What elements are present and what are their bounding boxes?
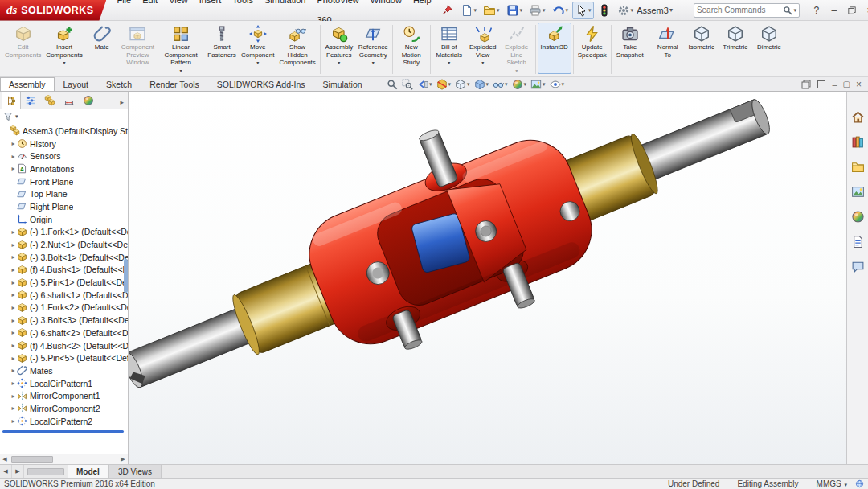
units-dropdown-icon[interactable]: ▾: [844, 482, 847, 487]
doc-tab-model[interactable]: Model: [68, 465, 109, 478]
restore-down-icon[interactable]: [801, 80, 811, 89]
maximize-icon[interactable]: [817, 80, 826, 89]
displaymanager-tab[interactable]: [79, 92, 98, 109]
search-dropdown-icon[interactable]: ▾: [793, 7, 796, 14]
doc-tab-3d-views[interactable]: 3D Views: [109, 465, 162, 478]
tree-item-3-bolt-3-def[interactable]: ▸(-) 3.Bolt<3> (Default<<Defau: [0, 314, 128, 327]
help-button[interactable]: ?: [808, 2, 825, 18]
tab-render-tools[interactable]: Render Tools: [141, 77, 208, 91]
design-library-button[interactable]: [849, 133, 867, 150]
units-selector[interactable]: MMGS ▾: [817, 479, 847, 488]
doc-close-icon[interactable]: ×: [856, 79, 862, 90]
file-explorer-button[interactable]: [849, 158, 867, 175]
zoom-to-area-button[interactable]: [401, 79, 414, 90]
expand-arrow-icon[interactable]: ▸: [10, 367, 17, 374]
tree-scrollbar-thumb[interactable]: [124, 259, 128, 293]
exploded-view-button[interactable]: Exploded View▾: [466, 23, 500, 74]
expand-arrow-icon[interactable]: ▸: [10, 165, 17, 172]
smart-fasteners-button[interactable]: Smart Fasteners: [205, 23, 239, 74]
rebuild-button[interactable]: [596, 2, 613, 19]
tree-item-f-4-bush-2-def[interactable]: ▸(f) 4.Bush<2> (Default<<Defau: [0, 339, 128, 352]
tab-scroll-left-icon[interactable]: ◀: [0, 465, 12, 478]
edit-components-button[interactable]: Edit Components: [2, 23, 43, 74]
tree-item-localcirpattern1[interactable]: ▸LocalCirPattern1: [0, 377, 128, 390]
dropdown-arrow-icon[interactable]: ▾: [338, 60, 340, 65]
update-speedpak-button[interactable]: Update Speedpak: [575, 23, 609, 74]
dropdown-arrow-icon[interactable]: ▾: [515, 68, 518, 73]
expand-arrow-icon[interactable]: ▸: [10, 153, 17, 160]
dropdown-arrow-icon[interactable]: ▾: [497, 7, 500, 14]
tree-item-1-fork-1-def[interactable]: ▸(-) 1.Fork<1> (Default<<Defau: [0, 226, 128, 239]
graphics-area[interactable]: [129, 92, 846, 464]
solidworks-forum-button[interactable]: [849, 257, 867, 275]
new-document-button[interactable]: ▾: [458, 2, 480, 19]
doc-minimize-icon[interactable]: –: [832, 80, 837, 89]
section-view-button[interactable]: ▾: [436, 79, 452, 90]
tab-layout[interactable]: Layout: [55, 77, 98, 91]
tree-item-1-fork-2-def[interactable]: ▸(-) 1.Fork<2> (Default<<Defau: [0, 302, 128, 314]
take-snapshot-button[interactable]: Take Snapshot: [613, 23, 647, 74]
expand-arrow-icon[interactable]: ▸: [10, 253, 17, 261]
tab-sketch[interactable]: Sketch: [97, 77, 141, 91]
trimetric-button[interactable]: Trimetric: [719, 23, 752, 74]
scrollbar-thumb[interactable]: [11, 456, 53, 463]
reference-geometry-button[interactable]: Reference Geometry▾: [356, 23, 391, 74]
insert-components-button[interactable]: Insert Components▾: [43, 23, 84, 74]
tree-item-5-pin-5-defa[interactable]: ▸(-) 5.Pin<5> (Default<<Defaul: [0, 351, 128, 364]
mate-button[interactable]: Mate: [85, 23, 119, 74]
normal-to-button[interactable]: Normal To: [651, 23, 685, 74]
tree-item-mates[interactable]: ▸Mates: [0, 364, 128, 377]
expand-arrow-icon[interactable]: ▸: [10, 329, 17, 336]
dimxpertmanager-tab[interactable]: [59, 92, 79, 109]
isometric-button[interactable]: Isometric: [685, 23, 719, 74]
dropdown-arrow-icon[interactable]: ▾: [588, 7, 592, 14]
hide-show-items-button[interactable]: ▾: [492, 79, 509, 90]
dropdown-arrow-icon[interactable]: ▾: [448, 60, 450, 65]
save-button[interactable]: ▾: [504, 2, 526, 19]
explode-line-sketch-button[interactable]: Explode Line Sketch▾: [500, 23, 534, 74]
expand-arrow-icon[interactable]: ▸: [10, 266, 17, 273]
configurationmanager-tab[interactable]: [40, 92, 59, 109]
dropdown-arrow-icon[interactable]: ▾: [180, 68, 182, 73]
component-preview-window-button[interactable]: Component Preview Window: [119, 23, 157, 74]
tree-item-f-4-bush-1-def[interactable]: ▸(f) 4.Bush<1> (Default<<Defau: [0, 264, 128, 277]
tree-item-mirrorcomponent1[interactable]: ▸MirrorComponent1: [0, 389, 128, 402]
filter-funnel-icon[interactable]: [3, 112, 13, 121]
dropdown-arrow-icon[interactable]: ▾: [372, 60, 375, 65]
tree-item-sensors[interactable]: ▸Sensors: [0, 150, 128, 162]
zoom-to-fit-button[interactable]: [386, 79, 399, 90]
expand-arrow-icon[interactable]: ▸: [10, 241, 17, 249]
tree-item-front-plane[interactable]: Front Plane: [0, 175, 128, 188]
featuremanager-tab[interactable]: [2, 92, 21, 109]
apply-scene-button[interactable]: ▾: [530, 79, 547, 90]
show-hidden-components-button[interactable]: Show Hidden Components: [276, 23, 317, 74]
expand-arrow-icon[interactable]: ▸: [10, 140, 17, 147]
expand-arrow-icon[interactable]: ▸: [10, 304, 17, 311]
tab-solidworks-add-ins[interactable]: SOLIDWORKS Add-Ins: [208, 77, 314, 91]
scroll-right-icon[interactable]: ▶: [118, 456, 128, 462]
expand-arrow-icon[interactable]: ▸: [10, 380, 17, 387]
expand-arrow-icon[interactable]: ▸: [10, 355, 17, 362]
scroll-left-icon[interactable]: ◀: [0, 456, 10, 462]
dropdown-arrow-icon[interactable]: ▾: [481, 60, 484, 65]
tree-item-localcirpattern2[interactable]: ▸LocalCirPattern2: [0, 415, 128, 428]
filter-dropdown-icon[interactable]: ▾: [15, 113, 18, 120]
tree-item-mirrorcomponent2[interactable]: ▸MirrorComponent2: [0, 402, 128, 415]
display-style-button[interactable]: ▾: [473, 79, 490, 90]
expand-arrow-icon[interactable]: ▸: [10, 392, 17, 400]
dropdown-arrow-icon[interactable]: ▾: [429, 81, 432, 88]
dropdown-arrow-icon[interactable]: ▾: [505, 81, 508, 88]
search-icon[interactable]: [783, 6, 792, 15]
tree-item-3-bolt-1-def[interactable]: ▸(-) 3.Bolt<1> (Default<<Defau: [0, 251, 128, 264]
edit-appearance-button[interactable]: ▾: [511, 79, 528, 90]
pin-menu-button[interactable]: [442, 5, 452, 16]
expand-arrow-icon[interactable]: ▸: [10, 317, 17, 324]
tree-item-annotations[interactable]: ▸Annotations: [0, 162, 128, 175]
tab-simulation[interactable]: Simulation: [314, 77, 371, 91]
doc-restore-icon[interactable]: ▢: [843, 80, 850, 88]
rollback-bar[interactable]: [2, 430, 124, 433]
expand-arrow-icon[interactable]: ▸: [10, 342, 17, 349]
dropdown-arrow-icon[interactable]: ▾: [542, 81, 546, 88]
dropdown-arrow-icon[interactable]: ▾: [562, 81, 565, 88]
dropdown-arrow-icon[interactable]: ▾: [486, 81, 489, 88]
